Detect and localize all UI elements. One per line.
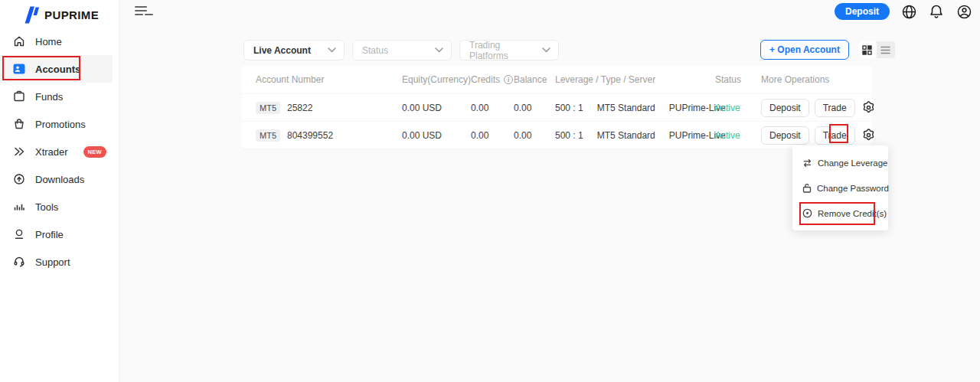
chevron-down-icon [328, 47, 336, 53]
brand-logo[interactable]: PUPRIME [0, 0, 119, 23]
sidebar-item-home[interactable]: Home [0, 28, 113, 55]
sidebar-item-funds[interactable]: Funds [0, 83, 113, 110]
sidebar-item-label: Promotions [35, 119, 86, 130]
grid-view-icon [862, 45, 872, 55]
sidebar-item-downloads[interactable]: Downloads [0, 165, 113, 193]
view-toggle [858, 41, 895, 58]
sidebar-item-xtrader[interactable]: Xtrader NEW [0, 138, 113, 165]
header-leverage: Leverage / Type / Server [555, 74, 715, 85]
account-type: MT5 Standard [597, 130, 655, 141]
sidebar: PUPRIME Home Accounts Funds Promotions [0, 0, 119, 382]
status-select[interactable]: Status [352, 40, 452, 60]
status-placeholder: Status [362, 45, 388, 56]
promotions-icon [13, 118, 25, 130]
topbar: Deposit [119, 0, 980, 24]
trading-platforms-select[interactable]: Trading Platforms [459, 40, 559, 60]
puprime-logo-icon [23, 6, 39, 24]
platform-badge: MT5 [256, 102, 280, 114]
sidebar-item-support[interactable]: Support [0, 248, 113, 276]
row-settings-button[interactable] [861, 127, 877, 144]
funds-icon [13, 90, 25, 103]
sidebar-item-label: Downloads [35, 174, 84, 185]
language-globe-icon[interactable] [901, 4, 917, 20]
home-icon [13, 35, 25, 47]
platform-badge: MT5 [256, 129, 280, 142]
chevron-down-icon [542, 47, 550, 53]
grid-view-button[interactable] [858, 41, 877, 58]
header-operations: More Operations [761, 74, 872, 85]
balance-value: 0.00 [514, 130, 555, 141]
leverage-value: 500 : 1 [555, 130, 583, 141]
credits-value: 0.00 [471, 130, 514, 141]
menu-item-label: Change Leverage [818, 158, 887, 168]
accounts-icon [13, 63, 25, 75]
header-credits: Credits [471, 74, 500, 85]
balance-value: 0.00 [514, 103, 555, 113]
open-account-button[interactable]: + Open Account [760, 40, 849, 60]
credits-info-icon[interactable]: i [504, 75, 513, 84]
new-badge: NEW [83, 146, 106, 158]
sidebar-item-label: Tools [35, 201, 58, 213]
notifications-bell-icon[interactable] [929, 4, 945, 20]
header-status: Status [715, 74, 761, 85]
row-settings-button[interactable] [861, 100, 877, 116]
sidebar-item-profile[interactable]: Profile [0, 220, 113, 248]
account-type: MT5 Standard [597, 103, 655, 113]
account-number: 804399552 [287, 130, 333, 141]
menu-item-change-password[interactable]: Change Password [792, 175, 888, 201]
sidebar-item-label: Profile [35, 229, 64, 240]
sidebar-item-promotions[interactable]: Promotions [0, 110, 113, 138]
header-equity: Equity(Currency) [402, 74, 471, 85]
status-badge: Active [715, 130, 761, 141]
sidebar-item-label: Home [35, 36, 62, 47]
sidebar-item-label: Accounts [35, 64, 80, 75]
list-view-icon [880, 46, 890, 54]
credits-value: 0.00 [471, 103, 514, 113]
accounts-table: Account Number Equity(Currency) Credits … [242, 66, 872, 149]
leverage-value: 500 : 1 [555, 103, 583, 113]
sidebar-item-label: Support [35, 256, 70, 268]
row-settings-context-menu: Change Leverage Change Password Remove C… [792, 145, 888, 230]
sidebar-item-label: Xtrader [35, 146, 68, 158]
collapse-menu-icon[interactable] [135, 6, 147, 17]
change-leverage-icon [802, 158, 812, 168]
user-account-icon[interactable] [956, 4, 972, 20]
list-view-button[interactable] [877, 41, 895, 58]
remove-credits-icon [802, 208, 812, 218]
equity-value: 0.00 USD [402, 103, 471, 113]
row-trade-button[interactable]: Trade [815, 99, 855, 117]
sidebar-item-label: Funds [35, 91, 63, 103]
menu-item-change-leverage[interactable]: Change Leverage [792, 150, 888, 175]
profile-icon [13, 228, 25, 240]
brand-name: PUPRIME [44, 8, 99, 21]
menu-item-label: Change Password [817, 184, 889, 193]
table-row: MT5 25822 0.00 USD 0.00 0.00 500 : 1 MT5… [242, 93, 872, 121]
sidebar-item-tools[interactable]: Tools [0, 193, 113, 220]
support-icon [13, 256, 25, 268]
sidebar-nav: Home Accounts Funds Promotions Xtrader [0, 28, 113, 276]
downloads-icon [13, 173, 25, 185]
menu-item-remove-credits[interactable]: Remove Credit(s) [792, 201, 888, 226]
equity-value: 0.00 USD [402, 130, 471, 141]
gear-icon [861, 100, 876, 115]
header-account-number: Account Number [256, 74, 402, 85]
row-deposit-button[interactable]: Deposit [761, 99, 809, 117]
xtrader-icon [13, 145, 25, 158]
change-password-lock-icon [802, 183, 812, 193]
chevron-down-icon [435, 47, 443, 53]
table-header-row: Account Number Equity(Currency) Credits … [242, 66, 872, 93]
row-trade-button[interactable]: Trade [815, 126, 855, 145]
header-balance: Balance [514, 74, 555, 85]
deposit-button[interactable]: Deposit [835, 3, 890, 20]
menu-item-label: Remove Credit(s) [818, 209, 887, 218]
sidebar-item-accounts[interactable]: Accounts [0, 55, 113, 83]
account-type-select[interactable]: Live Account [243, 40, 345, 60]
account-type-value: Live Account [253, 45, 311, 56]
table-row: MT5 804399552 0.00 USD 0.00 0.00 500 : 1… [242, 121, 872, 149]
account-number: 25822 [287, 103, 312, 113]
gear-icon [861, 128, 876, 142]
filters-row: Live Account Status Trading Platforms [243, 40, 559, 60]
status-badge: Active [715, 103, 761, 113]
row-deposit-button[interactable]: Deposit [761, 126, 809, 145]
tools-icon [13, 201, 25, 213]
